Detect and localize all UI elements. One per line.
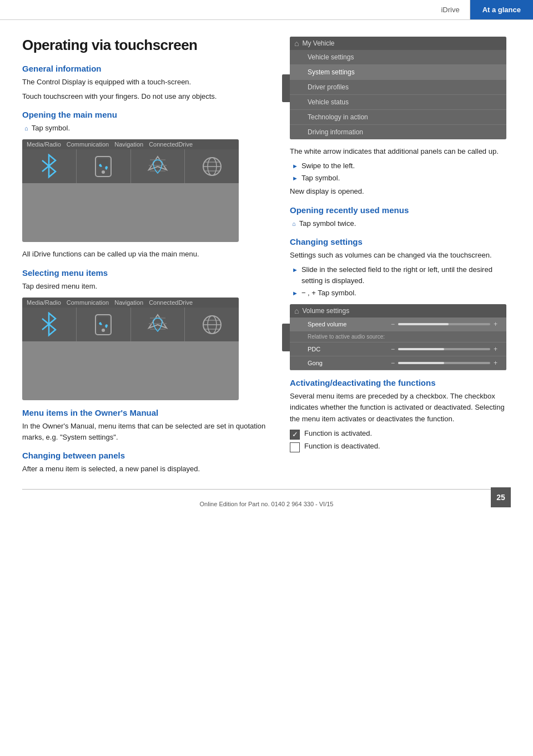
header-idrive-label: iDrive <box>431 0 470 19</box>
bullet-swipe-left: ► Swipe to the left. <box>290 160 511 172</box>
vol-bar-speed <box>398 323 490 325</box>
svg-point-22 <box>102 329 105 332</box>
footer-text: Online Edition for Part no. 0140 2 964 3… <box>0 501 533 507</box>
bluetooth-icon-1 <box>34 152 64 182</box>
nav-icon-1 <box>143 152 173 182</box>
section-heading-menu-items-manual: Menu items in the Owner's Manual <box>22 408 272 417</box>
car-display-home-icon: ⌂ <box>294 39 299 48</box>
tap-symbol-text: Tap symbol. <box>32 123 70 134</box>
svg-marker-0 <box>49 155 56 166</box>
vol-label-gong: Gong <box>308 360 385 366</box>
at-a-glance-text: At a glance <box>482 6 521 14</box>
vol-minus-pdc: − <box>391 345 395 353</box>
page-title: Operating via touchscreen <box>22 37 272 54</box>
icon-cell-nav-2 <box>131 308 185 341</box>
checkbox-item-deactivated: Function is deactivated. <box>290 442 511 452</box>
vol-minus-speed: − <box>391 320 395 328</box>
footer-area: Online Edition for Part no. 0140 2 964 3… <box>0 490 533 515</box>
home-icon-twice: ⌂ <box>292 219 296 229</box>
menu-item-driver-profiles: Driver profiles <box>290 80 506 95</box>
tab-communication-1: Communication <box>67 141 109 148</box>
car-display-menu-title: My Vehicle <box>302 39 334 47</box>
menu-items-manual-para: In the Owner's Manual, menu items that c… <box>22 421 272 443</box>
checkbox-activated-label: Function is activated. <box>304 429 372 437</box>
menu-item-system-settings: System settings <box>290 65 506 80</box>
section-heading-general-info: General information <box>22 64 272 73</box>
header-at-a-glance-label: At a glance <box>470 0 533 19</box>
checkbox-section: ✓ Function is activated. Function is dea… <box>290 429 511 452</box>
screen-mockup-2: Media/Radio Communication Navigation Con… <box>22 298 239 400</box>
bullet-tap-text: Tap symbol. <box>301 173 340 184</box>
main-content: Operating via touchscreen General inform… <box>0 20 533 489</box>
tap-symbol-twice-item: ⌂ Tap symbol twice. <box>290 218 511 229</box>
car-display-intro: The white arrow indicates that additiona… <box>290 146 511 157</box>
menu-item-vehicle-status: Vehicle status <box>290 95 506 110</box>
vol-bar-pdc <box>398 348 490 350</box>
bullet-swipe-text: Swipe to the left. <box>301 160 355 172</box>
vol-fill-speed <box>398 323 449 325</box>
svg-line-19 <box>42 324 49 330</box>
tab-communication-2: Communication <box>67 299 109 306</box>
vol-label-speed: Speed volume <box>308 321 385 327</box>
knob-arrow-left <box>282 74 290 102</box>
general-info-para-1: The Control Display is equipped with a t… <box>22 77 272 88</box>
screen-icons-row-2 <box>22 308 239 341</box>
vol-fill-pdc <box>398 348 444 350</box>
home-symbol-icon: ⌂ <box>24 124 28 133</box>
volume-display-header: ⌂ Volume settings <box>290 304 506 317</box>
bullet-arrow-icon-2: ► <box>292 174 298 183</box>
svg-marker-23 <box>149 315 167 328</box>
checkbox-item-activated: ✓ Function is activated. <box>290 429 511 440</box>
volume-home-icon: ⌂ <box>294 306 299 315</box>
bullet-minus-plus: ► − , + Tap symbol. <box>290 288 511 299</box>
tab-navigation-2: Navigation <box>114 299 143 306</box>
changing-panels-para: After a menu item is selected, a new pan… <box>22 463 272 475</box>
tap-twice-text: Tap symbol twice. <box>299 218 356 229</box>
vol-plus-speed: + <box>494 320 497 328</box>
section-heading-selecting: Selecting menu items <box>22 268 272 278</box>
tap-symbol-item: ⌂ Tap symbol. <box>22 123 272 134</box>
vol-fill-gong <box>398 362 444 364</box>
checkmark-icon: ✓ <box>292 431 298 438</box>
bullet-tap-symbol: ► Tap symbol. <box>290 173 511 184</box>
globe-icon-2 <box>197 310 227 340</box>
changing-settings-para: Settings such as volumes can be changed … <box>290 250 511 261</box>
general-info-para-2: Touch touchscreen with your fingers. Do … <box>22 91 272 102</box>
globe-icon-1 <box>197 152 227 182</box>
knob-arrow-left-volume <box>282 324 290 351</box>
icon-cell-bluetooth-1 <box>22 149 77 183</box>
volume-display: ⌂ Volume settings Speed volume − + Relat… <box>290 304 506 370</box>
icon-cell-globe-2 <box>185 308 239 341</box>
vol-label-pdc: PDC <box>308 346 385 352</box>
page-header: iDrive At a glance <box>0 0 533 20</box>
section-heading-changing-panels: Changing between panels <box>22 451 272 460</box>
checkbox-deactivated <box>290 442 300 452</box>
tab-connected-drive-1: ConnectedDrive <box>149 141 193 148</box>
volume-row-speed: Speed volume − + <box>290 317 506 331</box>
main-menu-below-text: All iDrive functions can be called up vi… <box>22 249 272 260</box>
phone-icon-1 <box>88 152 118 182</box>
phone-icon-2 <box>88 310 118 340</box>
svg-marker-1 <box>49 166 56 177</box>
bullet-arrow-icon-1: ► <box>292 162 298 171</box>
svg-marker-16 <box>49 313 56 324</box>
right-column: ⌂ My Vehicle Vehicle settings System set… <box>290 37 511 478</box>
bluetooth-icon-2 <box>34 310 64 340</box>
tab-navigation-1: Navigation <box>114 141 143 148</box>
footer-page-number: 25 <box>491 487 511 507</box>
volume-display-title: Volume settings <box>302 307 349 315</box>
screen-icons-row-1 <box>22 149 239 183</box>
section-heading-opening-recently: Opening recently used menus <box>290 205 511 215</box>
activating-para: Several menu items are preceded by a che… <box>290 391 511 424</box>
section-heading-opening-main: Opening the main menu <box>22 110 272 119</box>
menu-item-vehicle-settings: Vehicle settings <box>290 50 506 65</box>
car-display-menu: Vehicle settings System settings Driver … <box>290 50 506 139</box>
car-display-header: ⌂ My Vehicle <box>290 37 506 50</box>
tab-connected-drive-2: ConnectedDrive <box>149 299 193 306</box>
icon-cell-globe-1 <box>185 149 239 183</box>
screen-tab-bar-2: Media/Radio Communication Navigation Con… <box>22 298 239 308</box>
svg-marker-7 <box>149 157 167 170</box>
svg-point-6 <box>102 170 105 174</box>
vol-minus-gong: − <box>391 359 395 367</box>
section-heading-changing-settings: Changing settings <box>290 237 511 246</box>
